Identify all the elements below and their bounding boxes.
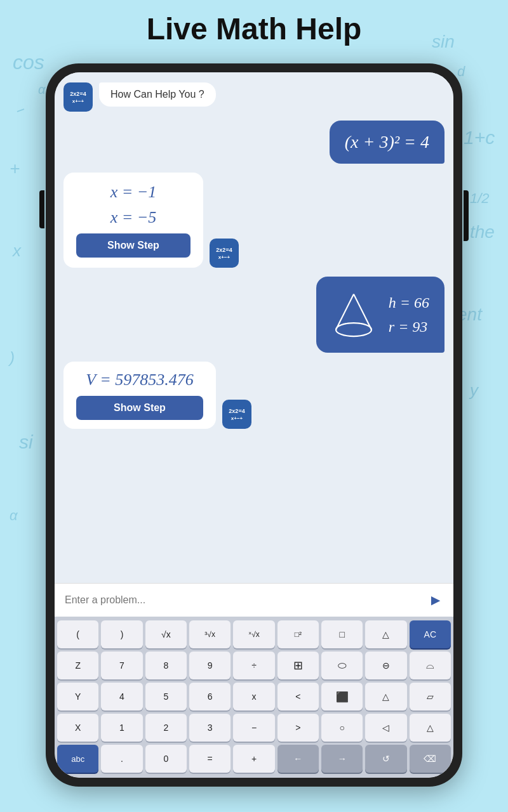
bot-avatar: 2x2=4 x+−+ bbox=[64, 82, 93, 112]
equation-sent-row: (x + 3)² = 4 bbox=[64, 121, 444, 164]
page-title: Live Math Help bbox=[0, 11, 508, 46]
volume-row: V = 597853.476 Show Step 2x2=4 x+−+ bbox=[64, 362, 444, 429]
kb-1[interactable]: 1 bbox=[101, 714, 142, 742]
answer-line1: x = −1 bbox=[110, 183, 157, 202]
kb-nthrt[interactable]: ˣ√x bbox=[233, 620, 274, 648]
kb-4[interactable]: 4 bbox=[101, 683, 142, 710]
kb-row-1: ( ) √x ³√x ˣ√x □² □ △ AC bbox=[57, 620, 451, 648]
cone-params: h = 66 r = 93 bbox=[389, 291, 429, 339]
kb-trapezoid[interactable]: ⌓ bbox=[410, 652, 451, 679]
kb-y[interactable]: Y bbox=[57, 683, 98, 710]
cone-bubble: h = 66 r = 93 bbox=[316, 277, 444, 353]
equation-text: (x + 3)² = 4 bbox=[345, 132, 429, 152]
kb-plus[interactable]: + bbox=[233, 745, 274, 773]
answer-line2: x = −5 bbox=[110, 208, 157, 227]
kb-6[interactable]: 6 bbox=[189, 683, 231, 710]
kb-x[interactable]: X bbox=[57, 714, 98, 742]
phone-frame: 2x2=4 x+−+ How Can Help You ? (x + 3)² =… bbox=[46, 63, 462, 787]
show-step-button-2[interactable]: Show Step bbox=[76, 396, 203, 420]
kb-sqrt[interactable]: √x bbox=[145, 620, 187, 648]
kb-parallelogram[interactable]: ▱ bbox=[410, 683, 451, 710]
problem-input[interactable] bbox=[65, 594, 422, 606]
phone-screen: 2x2=4 x+−+ How Can Help You ? (x + 3)² =… bbox=[55, 72, 453, 778]
kb-5[interactable]: 5 bbox=[145, 683, 187, 710]
volume-text: V = 597853.476 bbox=[86, 370, 193, 390]
kb-abc[interactable]: abc bbox=[57, 745, 98, 773]
kb-arrow-right[interactable]: → bbox=[321, 745, 363, 773]
kb-sphere[interactable]: ⊖ bbox=[365, 652, 406, 679]
cone-h: h = 66 bbox=[389, 291, 429, 315]
kb-9[interactable]: 9 bbox=[189, 652, 231, 679]
kb-row-4: X 1 2 3 − > ○ ◁ △ bbox=[57, 714, 451, 742]
kb-8[interactable]: 8 bbox=[145, 652, 187, 679]
equation-bubble: (x + 3)² = 4 bbox=[330, 121, 444, 164]
svg-point-0 bbox=[336, 323, 371, 336]
cone-sent-row: h = 66 r = 93 bbox=[64, 277, 444, 353]
kb-triangle-3d[interactable]: △ bbox=[365, 620, 406, 648]
kb-x-var[interactable]: x bbox=[233, 683, 274, 710]
input-area: ► bbox=[55, 583, 453, 617]
kb-3[interactable]: 3 bbox=[189, 714, 231, 742]
kb-arrow-left[interactable]: ← bbox=[277, 745, 319, 773]
chat-area: 2x2=4 x+−+ How Can Help You ? (x + 3)² =… bbox=[55, 72, 453, 583]
kb-right-tri[interactable]: △ bbox=[410, 714, 451, 742]
kb-rect[interactable]: □ bbox=[321, 620, 363, 648]
kb-equals[interactable]: = bbox=[189, 745, 231, 773]
cone-icon bbox=[331, 289, 376, 340]
cone-r: r = 93 bbox=[389, 315, 429, 339]
kb-triangle-outline[interactable]: △ bbox=[365, 683, 406, 710]
kb-2[interactable]: 2 bbox=[145, 714, 187, 742]
kb-backspace[interactable]: ⌫ bbox=[410, 745, 451, 773]
kb-sq[interactable]: □² bbox=[277, 620, 319, 648]
greeting-bubble: How Can Help You ? bbox=[99, 82, 216, 107]
kb-7[interactable]: 7 bbox=[101, 652, 142, 679]
kb-0[interactable]: 0 bbox=[145, 745, 187, 773]
answer-row: x = −1 x = −5 Show Step 2x2=4 x+−+ bbox=[64, 173, 444, 268]
kb-cbrt[interactable]: ³√x bbox=[189, 620, 231, 648]
kb-div[interactable]: ÷ bbox=[233, 652, 274, 679]
kb-cube[interactable]: ⬛ bbox=[321, 683, 363, 710]
kb-row-5: abc . 0 = + ← → ↺ ⌫ bbox=[57, 745, 451, 773]
kb-circle[interactable]: ○ bbox=[321, 714, 363, 742]
kb-refresh[interactable]: ↺ bbox=[365, 745, 406, 773]
kb-gt[interactable]: > bbox=[277, 714, 319, 742]
kb-z[interactable]: Z bbox=[57, 652, 98, 679]
kb-arrow-left-tri[interactable]: ◁ bbox=[365, 714, 406, 742]
kb-lt[interactable]: < bbox=[277, 683, 319, 710]
greeting-row: 2x2=4 x+−+ How Can Help You ? bbox=[64, 82, 444, 112]
kb-row-2: Z 7 8 9 ÷ ⊞ ⬭ ⊖ ⌓ bbox=[57, 652, 451, 679]
kb-close-paren[interactable]: ) bbox=[101, 620, 142, 648]
kb-row-3: Y 4 5 6 x < ⬛ △ ▱ bbox=[57, 683, 451, 710]
bot-avatar-3: 2x2=4 x+−+ bbox=[222, 400, 251, 429]
show-step-button-1[interactable]: Show Step bbox=[76, 233, 190, 258]
kb-minus[interactable]: − bbox=[233, 714, 274, 742]
kb-cylinder[interactable]: ⬭ bbox=[321, 652, 363, 679]
volume-bubble: V = 597853.476 Show Step bbox=[64, 362, 216, 429]
send-button[interactable]: ► bbox=[428, 591, 443, 609]
kb-grid[interactable]: ⊞ bbox=[277, 652, 319, 679]
bot-avatar-2: 2x2=4 x+−+ bbox=[210, 239, 239, 268]
math-keyboard: ( ) √x ³√x ˣ√x □² □ △ AC Z 7 8 9 ÷ ⊞ ⬭ ⊖… bbox=[55, 617, 453, 778]
kb-ac[interactable]: AC bbox=[410, 620, 451, 648]
greeting-text: How Can Help You ? bbox=[110, 89, 204, 100]
kb-dot[interactable]: . bbox=[101, 745, 142, 773]
answer-bubble: x = −1 x = −5 Show Step bbox=[64, 173, 203, 268]
kb-open-paren[interactable]: ( bbox=[57, 620, 98, 648]
